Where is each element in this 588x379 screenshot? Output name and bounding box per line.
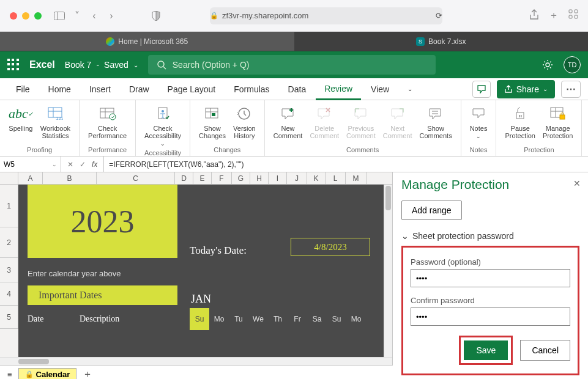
more-button[interactable]: ⋯ (561, 81, 581, 98)
new-tab-icon[interactable]: ＋ (549, 9, 559, 22)
version-history-button[interactable]: Version History (229, 103, 259, 145)
check-accessibility-button[interactable]: Check Accessibility⌄ (141, 103, 185, 148)
show-comments-button[interactable]: Show Comments (415, 103, 455, 145)
col-i[interactable]: I (269, 172, 287, 184)
browser-tab-book7[interactable]: S Book 7.xlsx (294, 32, 589, 51)
forward-icon[interactable]: › (105, 10, 117, 21)
today-date-cell[interactable]: 4/8/2023 (291, 238, 370, 256)
day-su[interactable]: Su (190, 308, 209, 330)
row-headers: 1 2 3 4 5 (0, 185, 18, 357)
tab-more[interactable]: ⌄ (399, 78, 421, 100)
row-2[interactable]: 2 (0, 227, 18, 258)
col-h[interactable]: H (250, 172, 269, 184)
cancel-formula-icon[interactable]: ✕ (67, 160, 73, 169)
settings-icon[interactable] (541, 59, 554, 71)
fx-icon[interactable]: fx (92, 160, 97, 169)
row-4[interactable]: 4 (0, 282, 18, 306)
select-all[interactable] (0, 172, 18, 184)
user-avatar[interactable]: TD (564, 56, 581, 73)
panel-title: Manage Protection (401, 177, 579, 192)
close-panel-icon[interactable]: ✕ (573, 178, 581, 188)
performance-icon (99, 104, 116, 123)
lock-icon: 🔒 (210, 12, 218, 20)
tab-file[interactable]: File (7, 78, 39, 100)
day-we[interactable]: We (248, 308, 268, 330)
col-d[interactable]: D (175, 172, 193, 184)
sidebar-toggle-icon[interactable] (54, 12, 66, 20)
spelling-button[interactable]: abc✓Spelling (5, 103, 37, 145)
show-changes-button[interactable]: Show Changes (195, 103, 229, 145)
tab-home[interactable]: Home (40, 78, 80, 100)
row-3[interactable]: 3 (0, 258, 18, 282)
row-5[interactable]: 5 (0, 306, 18, 329)
reload-icon[interactable]: ⟳ (436, 11, 442, 20)
row-1[interactable]: 1 (0, 185, 18, 227)
tab-draw[interactable]: Draw (121, 78, 158, 100)
close-window[interactable] (10, 12, 17, 20)
vertical-scrollbar[interactable] (384, 185, 392, 357)
save-button[interactable]: Save (464, 340, 508, 360)
share-button[interactable]: Share ⌄ (497, 80, 555, 98)
shield-icon[interactable] (152, 11, 164, 21)
share-icon[interactable] (529, 9, 539, 22)
day-mo2[interactable]: Mo (346, 308, 366, 330)
col-e[interactable]: E (193, 172, 212, 184)
chevron-down-icon: ⌄ (401, 231, 409, 241)
year-cell[interactable]: 2023 (28, 185, 177, 258)
tab-insert[interactable]: Insert (81, 78, 119, 100)
col-c[interactable]: C (97, 172, 175, 184)
new-comment-button[interactable]: New Comment (270, 103, 307, 145)
enter-formula-icon[interactable]: ✓ (80, 160, 86, 169)
day-su2[interactable]: Su (327, 308, 346, 330)
notes-icon (471, 104, 486, 123)
col-m[interactable]: M (346, 172, 367, 184)
sheet-tab-calendar[interactable]: 🔒 Calendar (18, 368, 77, 379)
password-input[interactable] (411, 269, 570, 287)
col-g[interactable]: G (232, 172, 250, 184)
window-controls (10, 12, 42, 20)
col-a[interactable]: A (18, 172, 43, 184)
tab-formulas[interactable]: Formulas (225, 78, 278, 100)
horizontal-scrollbar[interactable] (0, 357, 392, 366)
col-j[interactable]: J (287, 172, 307, 184)
tab-page-layout[interactable]: Page Layout (159, 78, 225, 100)
pause-protection-button[interactable]: Pause Protection (501, 103, 539, 145)
day-th[interactable]: Th (268, 308, 288, 330)
browser-tab-home[interactable]: Home | Microsoft 365 (0, 32, 294, 51)
add-sheet-button[interactable]: ＋ (83, 368, 92, 379)
add-range-button[interactable]: Add range (401, 201, 462, 220)
workbook-stats-button[interactable]: 123Workbook Statistics (37, 103, 74, 145)
tabs-overview-icon[interactable] (568, 9, 578, 22)
svg-rect-5 (575, 15, 578, 18)
comments-button[interactable] (472, 81, 491, 98)
col-b[interactable]: B (43, 172, 97, 184)
day-sa[interactable]: Sa (307, 308, 327, 330)
day-fr[interactable]: Fr (288, 308, 307, 330)
tab-view[interactable]: View (362, 78, 398, 100)
tab-review[interactable]: Review (316, 78, 361, 100)
check-performance-button[interactable]: Check Performance (84, 103, 130, 145)
section-header[interactable]: ⌄ Sheet protection password (401, 231, 579, 241)
col-k[interactable]: K (307, 172, 326, 184)
day-mo[interactable]: Mo (209, 308, 229, 330)
formula-input[interactable]: =IFERROR(LEFT(TEXT(W6,"aaa"), 2),"") (104, 160, 588, 169)
all-sheets-icon[interactable]: ≡ (7, 370, 12, 379)
notes-button[interactable]: Notes⌄ (466, 103, 491, 145)
search-input[interactable]: Search (Option + Q) (148, 55, 436, 75)
day-tu[interactable]: Tu (229, 308, 248, 330)
app-launcher-icon[interactable] (7, 59, 20, 71)
cell-grid[interactable]: 2023 Today's Date: 4/8/2023 Enter calend… (18, 185, 392, 357)
back-icon[interactable]: ‹ (88, 10, 100, 21)
maximize-window[interactable] (34, 12, 42, 20)
col-f[interactable]: F (212, 172, 232, 184)
minimize-window[interactable] (22, 12, 29, 20)
tab-data[interactable]: Data (280, 78, 315, 100)
document-title[interactable]: Book 7 - Saved ⌄ (65, 60, 138, 70)
name-box[interactable]: W5 ⌄ (0, 156, 61, 172)
chevron-down-icon[interactable]: ˅ (71, 10, 83, 21)
confirm-password-input[interactable] (411, 307, 570, 326)
col-l[interactable]: L (326, 172, 346, 184)
manage-protection-button[interactable]: Manage Protection (539, 103, 577, 145)
address-bar[interactable]: 🔒 zf3vr-my.sharepoint.com ⟳ (210, 7, 442, 24)
cancel-button[interactable]: Cancel (520, 340, 570, 361)
